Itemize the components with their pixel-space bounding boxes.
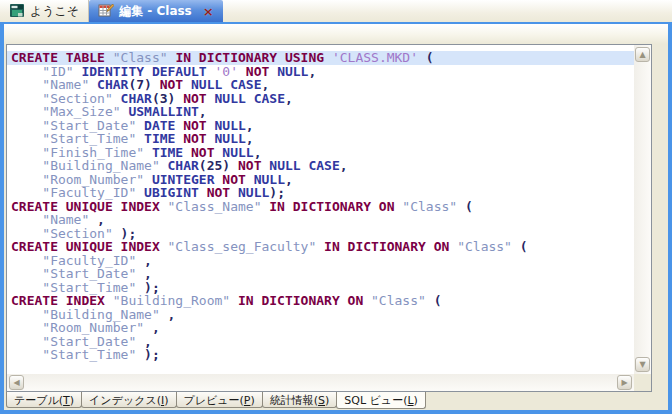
code-line: CREATE UNIQUE INDEX "Class_Name" IN DICT… <box>7 200 634 214</box>
code-line: "Start_Time" ); <box>7 281 634 295</box>
table-edit-icon <box>98 3 114 19</box>
bottom-tab-l[interactable]: SQL ビュー(L) <box>336 392 426 409</box>
scroll-left-button[interactable]: ◀ <box>9 375 24 390</box>
tab-welcome[interactable]: ようこそ <box>0 0 89 22</box>
scroll-right-button[interactable]: ▶ <box>617 375 632 390</box>
code-line: "Start_Date" , <box>7 267 634 281</box>
top-tab-bar: ようこそ 編集 - Class × <box>0 0 672 22</box>
code-line: "Faculty_ID" , <box>7 254 634 268</box>
vertical-scrollbar[interactable]: ▲ ▼ <box>634 45 651 374</box>
scroll-up-button[interactable]: ▲ <box>635 47 650 62</box>
scrollbar-corner <box>634 374 651 391</box>
code-line: "Start_Date" , <box>7 335 634 349</box>
code-line: "Faculty_ID" UBIGINT NOT NULL); <box>7 186 634 200</box>
view-frame: CREATE TABLE "Class" IN DICTIONARY USING… <box>0 22 672 414</box>
tab-edit-class-label: 編集 - Class <box>119 3 192 20</box>
table-designer-window: ようこそ 編集 - Class × CREATE TABLE "Class <box>0 0 672 414</box>
bottom-tab-p[interactable]: プレビュー(P) <box>176 392 263 408</box>
code-line: CREATE INDEX "Building_Room" IN DICTIONA… <box>7 294 634 308</box>
header-band <box>4 24 668 44</box>
bottom-tab-bar: テーブル(T)インデックス(I)プレビュー(P)統計情報(S)SQL ビュー(L… <box>4 392 668 410</box>
code-line: "Section" ); <box>7 227 634 241</box>
code-line: "Name" , <box>7 213 634 227</box>
code-line: "Building_Name" CHAR(25) NOT NULL CASE, <box>7 159 634 173</box>
bottom-tab-i[interactable]: インデックス(I) <box>81 392 176 408</box>
tab-edit-class[interactable]: 編集 - Class × <box>89 0 223 22</box>
code-line: "Finish_Time" TIME NOT NULL, <box>7 146 634 160</box>
bottom-tab-t[interactable]: テーブル(T) <box>6 392 82 408</box>
sql-code-area[interactable]: CREATE TABLE "Class" IN DICTIONARY USING… <box>7 45 634 374</box>
code-line: "Section" CHAR(3) NOT NULL CASE, <box>7 92 634 106</box>
code-line: "Max_Size" USMALLINT, <box>7 105 634 119</box>
code-line: CREATE UNIQUE INDEX "Class_seg_Faculty" … <box>7 240 634 254</box>
code-line: "Name" CHAR(7) NOT NULL CASE, <box>7 78 634 92</box>
code-line: "Room_Number" , <box>7 321 634 335</box>
code-line: "ID" IDENTITY DEFAULT '0' NOT NULL, <box>7 65 634 79</box>
code-line: "Room_Number" UINTEGER NOT NULL, <box>7 173 634 187</box>
code-line: CREATE TABLE "Class" IN DICTIONARY USING… <box>7 51 634 65</box>
code-line: "Building_Name" , <box>7 308 634 322</box>
bottom-tab-s[interactable]: 統計情報(S) <box>262 392 338 408</box>
code-line: "Start_Time" TIME NOT NULL, <box>7 132 634 146</box>
code-line: "Start_Date" DATE NOT NULL, <box>7 119 634 133</box>
close-icon[interactable]: × <box>203 5 214 18</box>
welcome-icon <box>9 3 25 19</box>
scroll-down-button[interactable]: ▼ <box>635 357 650 372</box>
horizontal-scrollbar[interactable]: ◀ ▶ <box>7 374 634 391</box>
code-line: "Start_Time" ); <box>7 348 634 362</box>
tab-welcome-label: ようこそ <box>30 3 79 20</box>
sql-editor[interactable]: CREATE TABLE "Class" IN DICTIONARY USING… <box>6 44 652 392</box>
